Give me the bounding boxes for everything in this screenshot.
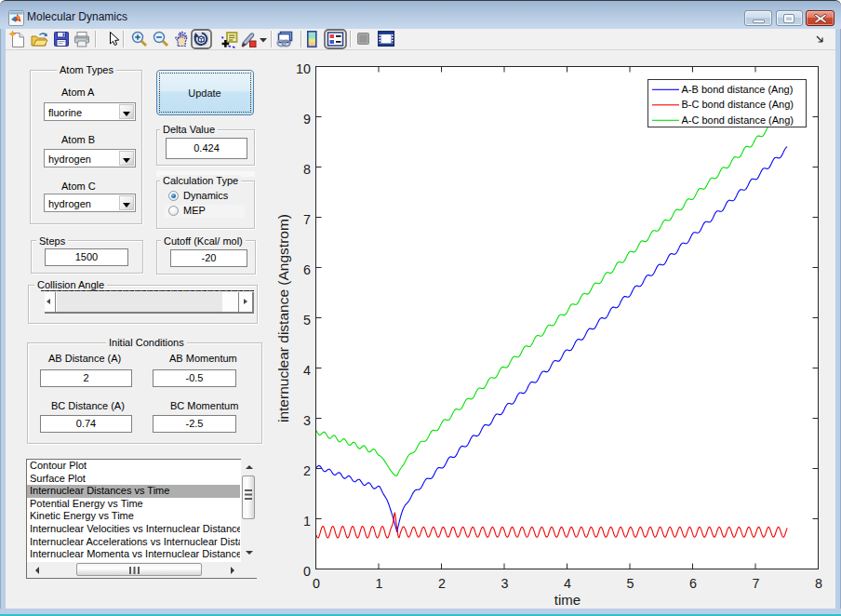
svg-text:7: 7 — [303, 212, 311, 227]
svg-text:5: 5 — [303, 313, 311, 328]
svg-text:B-C bond distance (Ang): B-C bond distance (Ang) — [682, 99, 794, 110]
svg-text:7: 7 — [753, 576, 760, 591]
svg-text:0: 0 — [303, 564, 311, 579]
svg-text:9: 9 — [303, 112, 311, 127]
svg-text:2: 2 — [438, 576, 446, 591]
svg-text:5: 5 — [627, 576, 634, 591]
svg-text:6: 6 — [303, 262, 311, 277]
svg-text:1: 1 — [303, 514, 311, 529]
svg-text:0: 0 — [313, 576, 320, 591]
svg-text:internuclear distance (Angstro: internuclear distance (Angstrom) — [275, 214, 291, 422]
svg-text:2: 2 — [303, 463, 311, 478]
svg-text:6: 6 — [689, 576, 697, 591]
svg-text:3: 3 — [303, 413, 311, 428]
svg-text:1: 1 — [376, 576, 383, 591]
svg-text:A-B bond distance (Ang): A-B bond distance (Ang) — [682, 84, 794, 95]
svg-text:10: 10 — [296, 61, 311, 76]
svg-text:A-C bond distance (Ang): A-C bond distance (Ang) — [682, 114, 794, 126]
svg-text:8: 8 — [815, 576, 822, 591]
svg-text:8: 8 — [303, 162, 311, 177]
svg-text:4: 4 — [303, 363, 311, 378]
svg-text:3: 3 — [501, 576, 509, 591]
svg-text:4: 4 — [564, 576, 571, 591]
svg-text:time: time — [554, 592, 581, 608]
